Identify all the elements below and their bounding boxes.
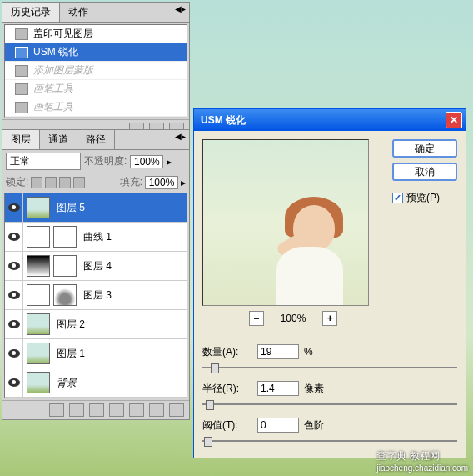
amount-slider[interactable] [202,361,457,374]
layers-footer [2,400,189,419]
threshold-input[interactable] [257,418,299,433]
history-item[interactable]: 画笔工具 [5,80,187,98]
layer-row[interactable]: 图层 3 [5,281,187,310]
ok-button[interactable]: 确定 [392,139,457,158]
tab-layers[interactable]: 图层 [2,130,40,149]
layer-row[interactable]: 曲线 1 [5,223,187,252]
threshold-slider[interactable] [202,434,457,448]
preview-checkbox-row[interactable]: ✓ 预览(P) [392,191,457,205]
dialog-titlebar[interactable]: USM 锐化 ✕ [194,109,466,131]
radius-slider[interactable] [202,398,457,411]
eye-icon [8,233,20,241]
blend-mode-row: 正常 不透明度: 100% ▸ [2,150,189,173]
adjustment-icon[interactable] [109,403,124,417]
lock-move-icon[interactable] [59,177,71,188]
tab-actions[interactable]: 动作 [60,3,97,22]
visibility-toggle[interactable] [5,368,23,397]
chevron-right-icon[interactable]: ▸ [181,177,186,188]
layer-row[interactable]: 图层 1 [5,339,187,368]
visibility-toggle[interactable] [5,281,23,309]
layer-thumb[interactable] [27,343,50,364]
layer-name: 图层 1 [53,347,187,361]
panel-menu-icon[interactable]: ◀▸ [172,3,189,22]
brush-icon [15,83,28,95]
close-button[interactable]: ✕ [446,112,462,128]
cancel-button[interactable]: 取消 [392,163,457,181]
zoom-in-button[interactable]: + [322,311,337,326]
threshold-label: 阈值(T): [202,418,252,433]
lock-brush-icon[interactable] [45,177,57,188]
filter-icon [15,47,28,58]
threshold-unit: 色阶 [304,418,324,433]
eye-icon [8,291,20,299]
preview-image[interactable] [202,139,369,306]
tab-history[interactable]: 历史记录 [2,3,60,22]
tab-channels[interactable]: 通道 [40,130,77,149]
layers-panel: 图层 通道 路径 ◀▸ 正常 不透明度: 100% ▸ 锁定: 填充: 100%… [2,129,190,420]
visibility-toggle[interactable] [5,339,23,368]
fill-input[interactable]: 100% [145,176,178,189]
visibility-toggle[interactable] [5,252,23,280]
layer-thumb[interactable] [27,197,50,218]
layer-name: 图层 2 [53,318,187,332]
radius-unit: 像素 [304,382,324,396]
layer-thumb[interactable] [27,226,50,248]
layer-row[interactable]: 图层 2 [5,310,187,339]
layer-mask[interactable] [53,255,77,277]
dialog-title: USM 锐化 [197,113,446,128]
usm-dialog: USM 锐化 ✕ − 100% + 确定 取消 ✓ 预览(P) 数量(A): [193,108,466,458]
visibility-toggle[interactable] [5,310,23,338]
blend-mode-select[interactable]: 正常 [6,153,81,170]
chevron-right-icon[interactable]: ▸ [167,156,172,168]
link-icon[interactable] [49,403,64,417]
history-tab-bar: 历史记录 动作 ◀▸ [2,3,189,23]
history-item-label: 画笔工具 [33,82,73,96]
history-list: 盖印可见图层 USM 锐化 添加图层蒙版 画笔工具 画笔工具 [4,24,187,118]
preview-label: 预览(P) [406,191,440,205]
layer-thumb[interactable] [27,372,50,393]
radius-label: 半径(R): [202,382,252,396]
brush-icon [15,102,28,113]
eye-icon [8,378,20,387]
zoom-out-button[interactable]: − [249,311,264,326]
history-item-label: 画笔工具 [33,100,73,114]
layer-name: 图层 5 [53,201,187,215]
lock-all-icon[interactable] [73,177,85,188]
layer-row[interactable]: 图层 5 [5,193,187,223]
layers-tab-bar: 图层 通道 路径 ◀▸ [2,130,189,150]
layer-thumb[interactable] [27,313,50,335]
fx-icon[interactable] [69,403,84,417]
history-item[interactable]: 画笔工具 [5,98,187,117]
lock-transparent-icon[interactable] [31,177,42,188]
layer-thumb[interactable] [27,255,50,277]
tab-paths[interactable]: 路径 [77,130,115,149]
layer-row[interactable]: 图层 4 [5,252,187,281]
zoom-level: 100% [281,313,306,324]
lock-label: 锁定: [6,175,28,189]
preview-checkbox[interactable]: ✓ [392,193,403,203]
layer-mask[interactable] [53,284,77,306]
new-layer-icon[interactable] [149,403,164,417]
visibility-toggle[interactable] [5,193,23,222]
opacity-input[interactable]: 100% [130,155,163,168]
amount-input[interactable] [257,344,299,359]
layer-thumb[interactable] [27,284,50,306]
panel-menu-icon[interactable]: ◀▸ [172,130,189,149]
history-item-label: 添加图层蒙版 [33,63,93,78]
layer-mask[interactable] [53,226,77,248]
watermark: 查字典 教程网 jiaocheng.chazidian.com [376,449,468,473]
history-panel: 历史记录 动作 ◀▸ 盖印可见图层 USM 锐化 添加图层蒙版 画笔工具 画笔工… [2,2,190,139]
history-item[interactable]: 盖印可见图层 [5,25,187,43]
trash-icon[interactable] [169,403,184,417]
eye-icon [8,203,20,212]
history-item[interactable]: 添加图层蒙版 [5,62,187,80]
history-item[interactable]: USM 锐化 [5,43,187,62]
mask-icon[interactable] [89,403,104,417]
layer-row[interactable]: 背景 [5,368,187,398]
history-item-label: 盖印可见图层 [33,27,93,41]
folder-icon[interactable] [129,403,144,417]
history-item-label: USM 锐化 [33,45,78,59]
visibility-toggle[interactable] [5,223,23,251]
radius-input[interactable] [257,381,299,396]
zoom-controls: − 100% + [202,311,384,326]
